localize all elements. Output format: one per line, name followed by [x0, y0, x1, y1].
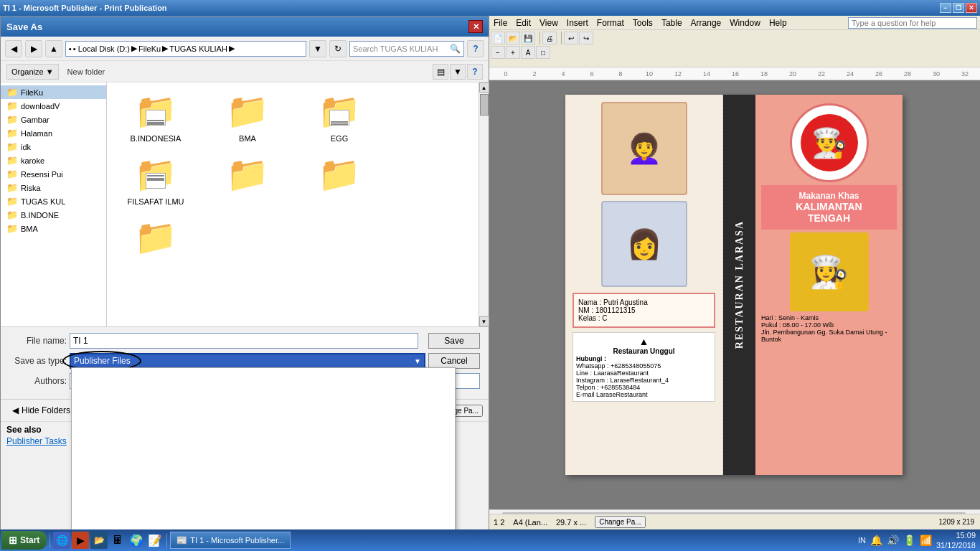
tool-print[interactable]: 🖨 — [542, 32, 557, 44]
tool-shape[interactable]: □ — [536, 46, 550, 59]
ie-icon[interactable]: 🌐 — [53, 532, 70, 549]
file-filsafat[interactable]: 📁 FILSAFAT ILMU — [113, 151, 199, 209]
scroll-down-btn[interactable]: ▼ — [479, 316, 489, 326]
dd-rtf[interactable]: Rich Text Format — [72, 484, 455, 497]
view-help-btn[interactable]: ? — [467, 64, 483, 80]
new-folder-btn[interactable]: New folder — [65, 64, 108, 80]
tool-redo[interactable]: ↪ — [579, 32, 593, 44]
refresh-btn[interactable]: ↻ — [329, 40, 347, 57]
file-filsafat-label: FILSAFAT ILMU — [127, 197, 184, 206]
publisher-toolbars: 📄 📂 💾 🖨 ↩ ↪ − + A □ — [488, 30, 980, 67]
view-btn[interactable]: ▤ — [433, 64, 448, 80]
dd-word2007-macro[interactable]: Word 2007 Macro-enabled Document — [72, 510, 455, 523]
tool-undo[interactable]: ↩ — [564, 32, 578, 44]
file-unnamed1[interactable]: 📁 — [204, 151, 291, 209]
taskbar-publisher-item[interactable]: 📰 TI 1 - Microsoft Publisher... — [170, 532, 291, 549]
dd-plain-text[interactable]: Plain Text — [72, 446, 455, 458]
calculator-icon[interactable]: 🖩 — [109, 532, 126, 549]
file-egg[interactable]: 📁 EGG — [296, 88, 382, 146]
left-item-riska[interactable]: 📁 Riska — [1, 181, 106, 194]
left-item-karoke[interactable]: 📁 karoke — [1, 154, 106, 167]
left-item-gambar[interactable]: 📁 Gambar — [1, 113, 106, 126]
help-btn[interactable]: ? — [467, 40, 484, 57]
dd-publisher-files[interactable]: Publisher Files — [72, 368, 455, 381]
publisher-restore-btn[interactable]: ❐ — [953, 3, 964, 13]
filename-input[interactable] — [70, 333, 418, 349]
media-icon[interactable]: ▶ — [72, 532, 89, 549]
left-item-idk[interactable]: 📁 idk — [1, 140, 106, 154]
change-page-btn[interactable]: Change Pa... — [595, 516, 645, 528]
file-bindonesia[interactable]: 📁 B.INDONESIA — [113, 88, 199, 146]
menu-window[interactable]: Window — [727, 17, 763, 29]
dd-publisher98[interactable]: Publisher 98 Files — [72, 394, 455, 407]
menu-arrange[interactable]: Arrange — [688, 17, 725, 29]
up-btn[interactable]: ▲ — [45, 40, 62, 57]
schedule: Hari : Senin - Kamis — [761, 314, 897, 321]
start-button[interactable]: ⊞ Start — [1, 531, 47, 550]
scroll-handle[interactable] — [480, 94, 489, 116]
time: Pukul : 08.00 - 17.00 Wib — [761, 321, 897, 329]
left-item-bindone[interactable]: 📁 B.INDONE — [1, 208, 106, 222]
publisher-minimize-btn[interactable]: − — [940, 3, 951, 13]
toolbar-row1: 📄 📂 💾 🖨 ↩ ↪ — [491, 32, 977, 44]
left-item-halaman[interactable]: 📁 Halaman — [1, 126, 106, 140]
left-item-fileku[interactable]: 📁 FileKu — [1, 85, 106, 99]
dd-postscript[interactable]: PostScript — [72, 433, 455, 446]
left-item-resensi[interactable]: 📁 Resensi Pui — [1, 167, 106, 181]
folder-icon-resensi: 📁 — [6, 169, 18, 179]
clock: 15:09 31/12/2018 — [936, 530, 976, 551]
menu-format[interactable]: Format — [594, 17, 627, 29]
menu-help[interactable]: Help — [766, 17, 790, 29]
dd-publisher2000[interactable]: Publisher 2000 Files — [72, 407, 455, 420]
forward-btn[interactable]: ▶ — [25, 40, 42, 57]
left-item-tugaskul[interactable]: 📁 TUGAS KUL — [1, 194, 106, 208]
search-box[interactable]: Search TUGAS KULIAH 🔍 — [349, 41, 464, 57]
notepad-icon[interactable]: 📝 — [146, 532, 164, 549]
left-item-bma[interactable]: 📁 BMA — [1, 222, 106, 235]
menu-table[interactable]: Table — [659, 17, 685, 29]
dd-unicode-text[interactable]: Unicode Text Files — [72, 420, 455, 433]
hide-folders-btn[interactable]: ◀ Hide Folders — [6, 402, 76, 418]
folder-icon-idk: 📁 — [6, 141, 18, 152]
menu-view[interactable]: View — [537, 17, 561, 29]
scroll-up-btn[interactable]: ▲ — [479, 83, 489, 93]
dd-works[interactable]: Works 6.0 - 9.0 — [72, 497, 455, 510]
publisher-close-btn[interactable]: ✕ — [966, 3, 977, 13]
cancel-button[interactable]: Cancel — [428, 353, 480, 369]
dropdown-nav-btn[interactable]: ▼ — [309, 40, 326, 57]
file-unnamed3[interactable]: 📁 — [113, 215, 199, 263]
savetype-select[interactable]: Publisher Files ▼ Publisher Files Publis… — [70, 353, 425, 369]
save-button[interactable]: Save — [428, 333, 480, 349]
dd-single-web[interactable]: Single File Web Page — [72, 458, 455, 471]
tool-text[interactable]: A — [521, 46, 535, 59]
search-icon[interactable]: 🔍 — [450, 44, 461, 54]
file-unnamed2[interactable]: 📁 — [296, 151, 382, 209]
ask-question-input[interactable] — [848, 17, 977, 29]
tool-save[interactable]: 💾 — [521, 32, 535, 44]
folder-unnamed3-icon: 📁 — [134, 217, 177, 258]
view-dropdown-btn[interactable]: ▼ — [450, 64, 466, 80]
left-item-downloadv[interactable]: 📁 downloadV — [1, 99, 106, 113]
savetype-dropdown[interactable]: Publisher Files Publisher Template Publi… — [71, 367, 456, 551]
menu-tools[interactable]: Tools — [630, 17, 656, 29]
menu-insert[interactable]: Insert — [564, 17, 591, 29]
explorer-icon[interactable]: 📂 — [90, 532, 108, 549]
folder-icon-tugaskul: 📁 — [6, 196, 18, 207]
dialog-close-btn[interactable]: ✕ — [468, 20, 483, 33]
breadcrumb-bar[interactable]: ▪ ▪ Local Disk (D:) ▶ FileKu ▶ TUGAS KUL… — [65, 41, 306, 57]
tool-zoom-in[interactable]: + — [506, 46, 520, 59]
file-bma[interactable]: 📁 BMA — [204, 88, 291, 146]
ruler-10: 10 — [635, 70, 664, 77]
browser-icon[interactable]: 🌍 — [128, 532, 145, 549]
back-btn[interactable]: ◀ — [5, 40, 22, 57]
menu-file[interactable]: File — [491, 17, 510, 29]
tool-open[interactable]: 📂 — [506, 32, 520, 44]
organize-btn[interactable]: Organize ▼ — [6, 64, 59, 80]
dd-publisher-template[interactable]: Publisher Template — [72, 381, 455, 394]
tool-new[interactable]: 📄 — [491, 32, 505, 44]
menu-edit[interactable]: Edit — [513, 17, 534, 29]
lang-indicator: IN — [858, 536, 866, 545]
v-scrollbar[interactable]: ▲ ▼ — [479, 83, 489, 326]
dd-web-filtered[interactable]: Web Page, Filtered — [72, 471, 455, 484]
tool-zoom-out[interactable]: − — [491, 46, 505, 59]
